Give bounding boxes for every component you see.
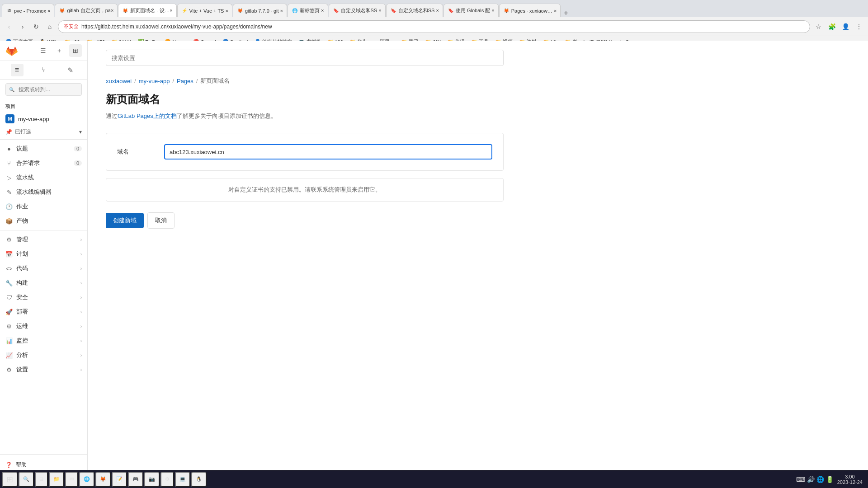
tab-custom-domain2[interactable]: 🔖 自定义域名和SS × [386, 4, 443, 17]
tab-pve[interactable]: 🖥 pve - Proxmox × [2, 4, 54, 17]
page-title: 新页面域名 [106, 92, 504, 107]
sidebar-item-monitor[interactable]: 📊 监控 › [0, 333, 87, 348]
domain-input[interactable] [164, 144, 492, 160]
tab-gitlab-v7[interactable]: 🦊 gitlab 7.7.0 · git × [233, 4, 287, 17]
secure-indicator: 不安全 [64, 23, 79, 30]
back-button[interactable]: ‹ [4, 21, 14, 32]
sidebar-pin[interactable]: 📌 已打选 ▾ [0, 126, 87, 137]
project-name: my-vue-app [18, 116, 49, 122]
sidebar-item-deploy[interactable]: 🚀 部署 › [0, 305, 87, 319]
sidebar-grid-button[interactable]: ⊞ [69, 44, 82, 57]
sidebar-item-pipeline[interactable]: ▷ 流水线 [0, 170, 87, 185]
taskbar-right: ⌨ 🔊 🌐 🔋 3:00 2023-12-24 [794, 474, 866, 485]
ops-chevron-icon: › [80, 324, 82, 329]
page-description: 通过GitLab Pages上的文档了解更多关于向项目添加证书的信息。 [106, 112, 504, 120]
sidebar-item-pipeline-editor[interactable]: ✎ 流水线编辑器 [0, 185, 87, 199]
taskbar-game[interactable]: 🎮 [128, 472, 143, 487]
sidebar-help[interactable]: ❓ 帮助 [0, 458, 87, 471]
tab-new-tab[interactable]: 🌐 新标签页 × [288, 4, 328, 17]
taskbar-mail[interactable]: ✉ [65, 472, 78, 487]
sidebar-item-manage[interactable]: ⚙ 管理 › [0, 232, 87, 247]
jobs-label: 作业 [16, 202, 28, 211]
tab-vite[interactable]: ⚡ Vite + Vue + TS × [177, 4, 232, 17]
taskbar-terminal[interactable]: 💻 [175, 472, 190, 487]
sidebar-item-issues[interactable]: ● 议题 0 [0, 141, 87, 156]
taskbar-firefox[interactable]: 🦊 [95, 472, 111, 487]
sidebar-new-button[interactable]: + [53, 44, 66, 57]
sidebar-item-code[interactable]: <> 代码 › [0, 261, 87, 276]
sidebar-mr-shortcut[interactable]: ⑂ [38, 64, 50, 76]
taskbar-sys-icons: ⌨ 🔊 🌐 🔋 [794, 475, 835, 484]
taskbar-settings[interactable]: ⚙ [160, 472, 174, 487]
forward-button[interactable]: › [17, 21, 28, 32]
artifacts-label: 产物 [16, 217, 28, 225]
tab-title-gitlab-v7: gitlab 7.7.0 · git × [245, 8, 283, 14]
sidebar-project[interactable]: M my-vue-app [0, 112, 87, 126]
settings-search-input[interactable] [106, 50, 504, 66]
create-domain-button[interactable]: 创建新域 [106, 213, 144, 228]
breadcrumb-sep-3: / [196, 78, 198, 84]
sidebar-top: ☰ + ⊞ [0, 41, 87, 61]
sidebar-item-security[interactable]: 🛡 安全 › [0, 290, 87, 305]
tab-favicon-new-tab: 🌐 [292, 8, 298, 14]
sidebar-divider-1 [0, 139, 87, 140]
build-label: 构建 [16, 279, 28, 287]
tab-title-new-tab: 新标签页 × [300, 7, 324, 14]
browser-chrome: 🖥 pve - Proxmox × 🦊 gitlab 自定义页，pa× 🦊 新页… [0, 0, 868, 41]
sidebar-item-analytics[interactable]: 📈 分析 › [0, 348, 87, 362]
taskbar-explorer[interactable]: 📁 [49, 472, 64, 487]
security-chevron-icon: › [80, 295, 82, 300]
taskbar-edge[interactable]: 🌐 [79, 472, 94, 487]
sidebar-item-artifacts[interactable]: 📦 产物 [0, 214, 87, 228]
sidebar-search-input[interactable] [5, 83, 82, 96]
monitor-icon: 📊 [5, 338, 13, 344]
tab-title-globals: 使用 Globals 配 × [456, 7, 495, 14]
help-label: 帮助 [16, 461, 27, 469]
mr-label: 合并请求 [16, 159, 40, 167]
sidebar-item-build[interactable]: 🔧 构建 › [0, 276, 87, 290]
bookmark-button[interactable]: ☆ [813, 21, 824, 32]
manage-chevron-icon: › [80, 237, 82, 242]
tab-new-domain[interactable]: 🦊 新页面域名 - 设…× [118, 4, 176, 17]
sidebar-item-merge-requests[interactable]: ⑂ 合并请求 0 [0, 156, 87, 170]
tab-pages-custom[interactable]: 🦊 Pages · xuxiaow… × [499, 4, 561, 17]
taskbar-notepad[interactable]: 📝 [112, 472, 127, 487]
start-button[interactable]: ⊞ [2, 472, 18, 487]
build-chevron-icon: › [80, 281, 82, 286]
sidebar-issues-shortcut[interactable]: ≡ [11, 64, 24, 76]
pipeline-editor-label: 流水线编辑器 [16, 188, 52, 196]
tab-custom-domain1[interactable]: 🔖 自定义域名和SS × [329, 4, 386, 17]
breadcrumb-my-vue-app[interactable]: my-vue-app [139, 78, 170, 84]
taskbar-camera[interactable]: 📷 [144, 472, 160, 487]
cancel-button[interactable]: 取消 [147, 212, 175, 229]
menu-button[interactable]: ⋮ [854, 21, 864, 32]
sidebar-item-jobs[interactable]: 🕐 作业 [0, 199, 87, 214]
taskbar-task-view[interactable]: ⊟ [35, 472, 48, 487]
refresh-button[interactable]: ↻ [31, 21, 42, 32]
tab-favicon-globals: 🔖 [448, 8, 454, 14]
extensions-button[interactable]: 🧩 [826, 21, 837, 32]
tab-globals[interactable]: 🔖 使用 Globals 配 × [443, 4, 499, 17]
address-bar[interactable]: 不安全 https://gitlab.test.helm.xuxiaowei.c… [58, 20, 810, 33]
tab-title-custom-domain2: 自定义域名和SS × [398, 7, 439, 14]
sidebar-item-plan[interactable]: 📅 计划 › [0, 247, 87, 261]
sidebar-review-shortcut[interactable]: ✎ [64, 64, 77, 76]
gitlab-pages-docs-link[interactable]: GitLab Pages上的文档 [118, 113, 177, 119]
tab-gitlab-custom[interactable]: 🦊 gitlab 自定义页，pa× [55, 4, 118, 17]
profile-button[interactable]: 👤 [840, 21, 851, 32]
new-tab-button[interactable]: + [561, 9, 571, 17]
domain-form-row: 域名 [117, 144, 492, 160]
tab-title-gitlab-custom: gitlab 自定义页，pa× [67, 7, 113, 14]
tab-title-pages-custom: Pages · xuxiaow… × [511, 8, 557, 14]
breadcrumb-xuxiaowei[interactable]: xuxiaowei [106, 78, 132, 84]
description-prefix: 通过 [106, 113, 118, 119]
breadcrumb-pages[interactable]: Pages [177, 78, 193, 84]
tab-title-pve: pve - Proxmox × [14, 8, 50, 14]
taskbar-linux[interactable]: 🐧 [191, 472, 207, 487]
sidebar-menu-button[interactable]: ☰ [37, 44, 49, 57]
taskbar-search-button[interactable]: 🔍 [19, 472, 34, 487]
sidebar-item-settings[interactable]: ⚙ 设置 › [0, 362, 87, 377]
tab-favicon-gitlab-v7: 🦊 [237, 8, 243, 14]
home-button[interactable]: ⌂ [44, 21, 55, 32]
sidebar-item-ops[interactable]: ⚙ 运维 › [0, 319, 87, 333]
